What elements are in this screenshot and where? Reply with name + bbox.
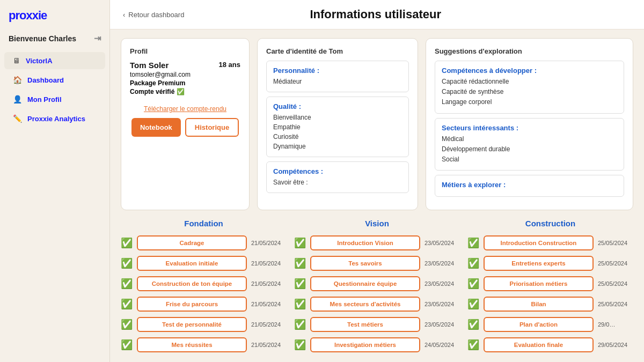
sidebar-item-dashboard[interactable]: 🏠 Dashboard xyxy=(4,71,105,88)
step-button-1-0[interactable]: Introduction Vision xyxy=(310,235,420,250)
check-icon: ✅ xyxy=(121,278,133,290)
back-link[interactable]: ‹ Retour dashboard xyxy=(123,11,184,19)
check-icon: ✅ xyxy=(294,339,306,351)
identity-label-personnalite: Personnalité : xyxy=(273,67,402,75)
sidebar-item-victoria-label: VictorIA xyxy=(26,57,53,65)
check-icon: ✅ xyxy=(121,339,133,351)
check-icon: ✅ xyxy=(294,237,306,249)
analytics-icon: ✏️ xyxy=(13,114,22,123)
step-row: ✅Evaluation finale29/05/2024 xyxy=(467,337,633,352)
logo: proxxie xyxy=(0,9,109,33)
suggestion-label-secteurs: Secteurs intéressants : xyxy=(442,124,617,132)
step-row: ✅Tes savoirs23/05/2024 xyxy=(294,256,460,271)
check-icon: ✅ xyxy=(121,319,133,330)
header: ‹ Retour dashboard Informations utilisat… xyxy=(110,0,644,29)
check-icon: ✅ xyxy=(121,257,133,269)
suggestions-section-title: Suggestions d'exploration xyxy=(435,47,624,55)
identity-value-qualite: Bienveillance Empathie Curiosité Dynamiq… xyxy=(273,113,402,151)
main-content: ‹ Retour dashboard Informations utilisat… xyxy=(110,0,644,362)
step-button-1-3[interactable]: Mes secteurs d'activités xyxy=(310,297,420,312)
check-icon: ✅ xyxy=(467,298,479,310)
step-button-2-2[interactable]: Priorisation métiers xyxy=(484,276,594,291)
identity-section-personnalite: Personnalité : Médiateur xyxy=(266,61,409,92)
step-button-0-4[interactable]: Test de personnalité xyxy=(137,317,247,332)
logout-icon[interactable]: ⇥ xyxy=(94,33,101,43)
step-button-2-0[interactable]: Introduction Construction xyxy=(484,235,594,250)
step-date-2-5: 29/05/2024 xyxy=(598,342,633,348)
step-row: ✅Cadrage21/05/2024 xyxy=(121,235,287,250)
step-row: ✅Investigation métiers24/05/2024 xyxy=(294,337,460,352)
columns-section: Fondation✅Cadrage21/05/2024✅Evaluation i… xyxy=(121,219,633,352)
step-date-2-2: 25/05/2024 xyxy=(598,280,633,287)
step-date-1-4: 23/05/2024 xyxy=(425,321,460,328)
notebook-button[interactable]: Notebook xyxy=(131,118,181,137)
step-button-1-1[interactable]: Tes savoirs xyxy=(310,256,420,271)
step-button-1-4[interactable]: Test métiers xyxy=(310,317,420,332)
step-row: ✅Questionnaire équipe23/05/2024 xyxy=(294,276,460,291)
suggestions-card: Suggestions d'exploration Compétences à … xyxy=(426,38,633,210)
sidebar: proxxie Bienvenue Charles ⇥ 🖥 VictorIA 🏠… xyxy=(0,0,110,362)
step-date-1-5: 24/05/2024 xyxy=(425,342,460,348)
sidebar-item-analytics[interactable]: ✏️ Proxxie Analytics xyxy=(4,110,105,127)
step-button-0-5[interactable]: Mes réussites xyxy=(137,337,247,352)
suggestion-section-secteurs: Secteurs intéressants : Médical Développ… xyxy=(435,118,624,171)
step-button-0-0[interactable]: Cadrage xyxy=(137,235,247,250)
step-button-2-4[interactable]: Plan d'action xyxy=(484,317,594,332)
suggestion-value-secteurs: Médical Développement durable Social xyxy=(442,134,617,165)
step-button-1-5[interactable]: Investigation métiers xyxy=(310,337,420,352)
profile-verified: Compte vérifié ✅ xyxy=(130,88,240,95)
identity-section-title: Carte d'identité de Tom xyxy=(266,47,409,55)
back-link-label: Retour dashboard xyxy=(128,11,184,19)
profile-card: Profil Tom Soler 18 ans tomsoler@gmail.c… xyxy=(121,38,250,210)
step-row: ✅Priorisation métiers25/05/2024 xyxy=(467,276,633,291)
step-button-2-5[interactable]: Evaluation finale xyxy=(484,337,594,352)
step-button-2-3[interactable]: Bilan xyxy=(484,297,594,312)
check-icon: ✅ xyxy=(467,319,479,330)
step-button-1-2[interactable]: Questionnaire équipe xyxy=(310,276,420,291)
btn-row: Notebook Historique xyxy=(131,118,239,137)
check-icon: ✅ xyxy=(294,319,306,330)
step-row: ✅Evaluation initiale21/05/2024 xyxy=(121,256,287,271)
check-icon: ✅ xyxy=(294,257,306,269)
step-row: ✅Test métiers23/05/2024 xyxy=(294,317,460,332)
sidebar-item-victoria[interactable]: 🖥 VictorIA xyxy=(4,52,105,69)
profile-email: tomsoler@gmail.com xyxy=(130,71,240,78)
sidebar-nav: 🖥 VictorIA 🏠 Dashboard 👤 Mon Profil ✏️ P… xyxy=(0,52,109,127)
step-date-0-0: 21/05/2024 xyxy=(251,240,287,246)
identity-value-personnalite: Médiateur xyxy=(273,77,402,86)
sidebar-item-monprofil[interactable]: 👤 Mon Profil xyxy=(4,91,105,108)
check-icon: ✅ xyxy=(294,278,306,290)
identity-value-savoir: Savoir être : xyxy=(273,178,402,187)
step-date-0-3: 21/05/2024 xyxy=(251,301,287,307)
profile-name-age: Tom Soler 18 ans xyxy=(130,61,240,70)
welcome-text: Bienvenue Charles xyxy=(9,34,76,43)
identity-section-qualite: Qualité : Bienveillance Empathie Curiosi… xyxy=(266,97,409,157)
step-button-0-1[interactable]: Evaluation initiale xyxy=(137,256,247,271)
download-link[interactable]: Télécharger le compte-rendu xyxy=(144,105,226,113)
profile-section-title: Profil xyxy=(130,47,240,55)
step-row: ✅Test de personnalité21/05/2024 xyxy=(121,317,287,332)
profile-name: Tom Soler xyxy=(130,61,169,70)
content-area: Profil Tom Soler 18 ans tomsoler@gmail.c… xyxy=(110,29,644,362)
sidebar-item-dashboard-label: Dashboard xyxy=(27,76,64,84)
identity-card: Carte d'identité de Tom Personnalité : M… xyxy=(257,38,418,210)
page-title: Informations utilisateur xyxy=(193,8,558,21)
step-row: ✅Mes réussites21/05/2024 xyxy=(121,337,287,352)
step-row: ✅Frise du parcours21/05/2024 xyxy=(121,297,287,312)
step-date-0-5: 21/05/2024 xyxy=(251,342,287,348)
step-date-0-4: 21/05/2024 xyxy=(251,321,287,328)
suggestion-label-metiers: Métiers à explorer : xyxy=(442,181,617,189)
step-button-0-2[interactable]: Construction de ton équipe xyxy=(137,276,247,291)
profile-age: 18 ans xyxy=(219,61,240,69)
step-date-0-1: 21/05/2024 xyxy=(251,260,287,267)
sidebar-item-analytics-label: Proxxie Analytics xyxy=(27,115,85,123)
step-button-2-1[interactable]: Entretiens experts xyxy=(484,256,594,271)
step-date-0-2: 21/05/2024 xyxy=(251,280,287,287)
historique-button[interactable]: Historique xyxy=(185,118,239,137)
step-button-0-3[interactable]: Frise du parcours xyxy=(137,297,247,312)
step-row: ✅Introduction Construction25/05/2024 xyxy=(467,235,633,250)
check-icon: ✅ xyxy=(294,298,306,310)
step-row: ✅Bilan25/05/2024 xyxy=(467,297,633,312)
suggestion-label-competences: Compétences à développer : xyxy=(442,67,617,75)
check-icon: ✅ xyxy=(121,237,133,249)
